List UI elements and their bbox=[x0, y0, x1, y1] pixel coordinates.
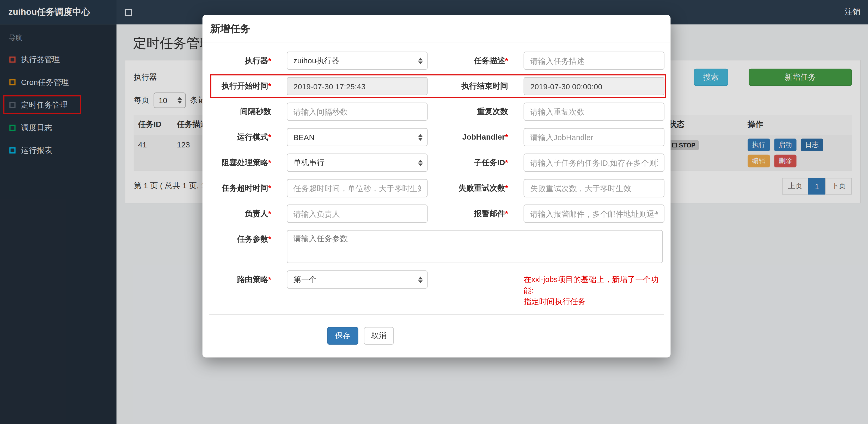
feature-note-line-2: 指定时间执行任务 bbox=[524, 296, 664, 307]
job-desc-label: 任务描述* bbox=[428, 52, 508, 70]
route-strategy-select[interactable]: 第一个 bbox=[287, 270, 428, 289]
child-job-label: 子任务ID* bbox=[428, 153, 508, 172]
required-asterisk: * bbox=[268, 158, 271, 167]
route-strategy-select-value: 第一个 bbox=[293, 274, 317, 284]
required-asterisk: * bbox=[268, 209, 271, 218]
add-task-modal: 新增任务 执行器* zuihou执行器 任务描述* bbox=[203, 15, 671, 357]
required-asterisk: * bbox=[505, 133, 508, 141]
interval-label: 间隔秒数 bbox=[209, 103, 271, 121]
retry-count-label: 失败重试次数* bbox=[428, 179, 508, 197]
start-time-input[interactable] bbox=[287, 77, 428, 95]
run-mode-label: 运行模式* bbox=[209, 128, 271, 146]
modal-footer: 保存 取消 bbox=[209, 315, 664, 345]
form-row-job-param: 任务参数* bbox=[209, 230, 664, 263]
form-row-owner: 负责人* 报警邮件* bbox=[209, 204, 664, 223]
form-row-timeout: 任务超时时间* 失败重试次数* bbox=[209, 179, 664, 197]
executor-label: 执行器* bbox=[209, 52, 271, 70]
job-param-textarea[interactable] bbox=[287, 230, 663, 263]
run-mode-select[interactable]: BEAN bbox=[287, 128, 428, 146]
required-asterisk: * bbox=[505, 56, 508, 65]
block-strategy-label: 阻塞处理策略* bbox=[209, 153, 271, 172]
start-time-label: 执行开始时间* bbox=[209, 77, 271, 95]
required-asterisk: * bbox=[268, 81, 271, 90]
cancel-button[interactable]: 取消 bbox=[364, 327, 394, 345]
form-row-route-strategy: 路由策略* 第一个 在xxl-jobs项目的基础上，新增了一个功能: 指定时间执… bbox=[209, 270, 664, 307]
required-asterisk: * bbox=[268, 234, 271, 243]
block-strategy-select-value: 单机串行 bbox=[293, 158, 324, 167]
alarm-email-label: 报警邮件* bbox=[428, 204, 508, 223]
required-asterisk: * bbox=[505, 183, 508, 192]
feature-note-line-1: 在xxl-jobs项目的基础上，新增了一个功能: bbox=[524, 274, 664, 296]
save-button[interactable]: 保存 bbox=[327, 327, 358, 345]
owner-label: 负责人* bbox=[209, 204, 271, 223]
executor-select[interactable]: zuihou执行器 bbox=[287, 52, 428, 70]
end-time-label: 执行结束时间 bbox=[428, 77, 508, 95]
interval-input[interactable] bbox=[287, 103, 428, 121]
required-asterisk: * bbox=[268, 183, 271, 192]
feature-note: 在xxl-jobs项目的基础上，新增了一个功能: 指定时间执行任务 bbox=[524, 274, 664, 307]
required-asterisk: * bbox=[268, 56, 271, 65]
select-arrows-icon bbox=[418, 159, 423, 166]
jobhandler-label: JobHandler* bbox=[428, 128, 508, 146]
route-strategy-label: 路由策略* bbox=[209, 270, 271, 307]
owner-input[interactable] bbox=[287, 204, 428, 223]
required-asterisk: * bbox=[505, 158, 508, 167]
child-job-input[interactable] bbox=[524, 153, 664, 172]
form-row-interval: 间隔秒数 重复次数 bbox=[209, 103, 664, 121]
executor-select-value: zuihou执行器 bbox=[293, 56, 340, 66]
run-mode-select-value: BEAN bbox=[293, 133, 315, 142]
select-arrows-icon bbox=[418, 134, 423, 141]
timeout-label: 任务超时时间* bbox=[209, 179, 271, 197]
job-param-label: 任务参数* bbox=[209, 230, 271, 263]
form-row-executor: 执行器* zuihou执行器 任务描述* bbox=[209, 52, 664, 70]
form-row-exec-time: 执行开始时间* 执行结束时间 bbox=[209, 77, 664, 95]
repeat-count-label: 重复次数 bbox=[428, 103, 508, 121]
job-desc-input[interactable] bbox=[524, 52, 664, 70]
modal-title: 新增任务 bbox=[210, 22, 250, 35]
required-asterisk: * bbox=[268, 275, 271, 284]
form-row-run-mode: 运行模式* BEAN JobHandler* bbox=[209, 128, 664, 146]
end-time-input[interactable] bbox=[524, 77, 664, 95]
required-asterisk: * bbox=[505, 209, 508, 218]
jobhandler-input[interactable] bbox=[524, 128, 664, 146]
app-root: zuihou任务调度中心 注销 导航 执行器管理 Cron任务管理 定时任务管理… bbox=[0, 0, 868, 424]
timeout-input[interactable] bbox=[287, 179, 428, 197]
modal-header: 新增任务 bbox=[203, 15, 671, 43]
repeat-count-input[interactable] bbox=[524, 103, 664, 121]
form-row-block-strategy: 阻塞处理策略* 单机串行 子任务ID* bbox=[209, 153, 664, 172]
required-asterisk: * bbox=[268, 133, 271, 141]
select-arrows-icon bbox=[418, 57, 423, 64]
modal-body: 执行器* zuihou执行器 任务描述* 执行开始时间* bbox=[203, 43, 671, 345]
block-strategy-select[interactable]: 单机串行 bbox=[287, 153, 428, 172]
retry-count-input[interactable] bbox=[524, 179, 664, 197]
select-arrows-icon bbox=[418, 276, 423, 283]
alarm-email-input[interactable] bbox=[524, 204, 664, 223]
